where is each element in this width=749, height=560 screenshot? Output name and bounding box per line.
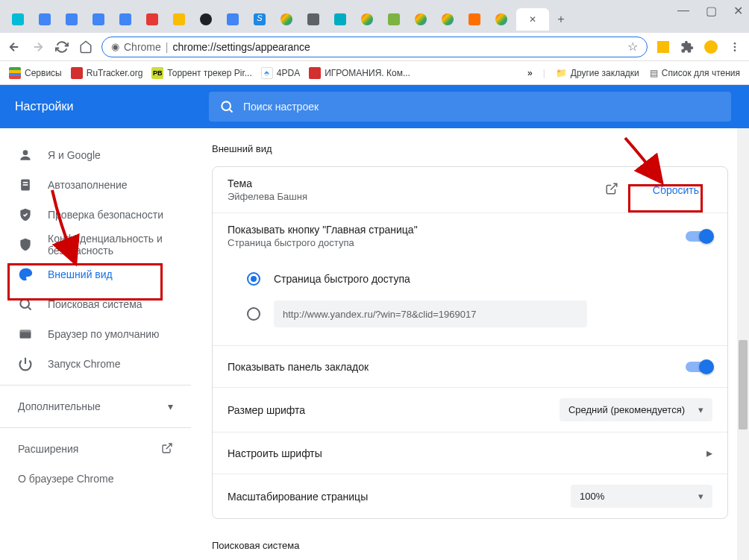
bookmark-item[interactable]: PBТоррент трекер Pir...	[151, 67, 251, 79]
extension-icon[interactable]	[655, 39, 671, 55]
sidebar-item-safety-check[interactable]: Проверка безопасности	[0, 200, 191, 230]
maximize-button[interactable]: ▢	[706, 4, 717, 18]
sidebar-item-default-browser[interactable]: Браузер по умолчанию	[0, 319, 191, 349]
tab[interactable]	[6, 8, 30, 31]
section-title-appearance: Внешний вид	[212, 143, 728, 154]
profile-icon[interactable]	[703, 39, 719, 55]
tab[interactable]	[87, 8, 110, 31]
tab[interactable]	[221, 8, 245, 31]
tab[interactable]: S	[248, 8, 272, 31]
main: Я и Google Автозаполнение Проверка безоп…	[0, 128, 749, 560]
settings-search[interactable]	[209, 92, 731, 122]
appearance-card: Тема Эйфелева Башня Сбросить Показывать …	[212, 166, 728, 519]
scrollbar-thumb[interactable]	[739, 340, 748, 430]
bookmark-item[interactable]: ⬘4PDA	[261, 67, 300, 79]
sidebar-advanced[interactable]: Дополнительные▾	[0, 391, 191, 421]
sidebar-separator	[0, 427, 191, 428]
bookmark-item[interactable]: RuTracker.org	[71, 67, 143, 79]
sidebar-label: Я и Google	[48, 149, 101, 161]
home-button-toggle[interactable]	[686, 231, 712, 242]
close-button[interactable]: ✕	[733, 4, 743, 18]
apps-button[interactable]: Сервисы	[9, 67, 62, 79]
tab[interactable]	[140, 8, 164, 31]
sidebar-item-autofill[interactable]: Автозаполнение	[0, 170, 191, 200]
tab[interactable]	[301, 8, 325, 31]
tab[interactable]	[463, 8, 486, 31]
content: Внешний вид Тема Эйфелева Башня Сбросить…	[191, 128, 749, 560]
extensions-button[interactable]	[679, 39, 695, 55]
minimize-button[interactable]: —	[677, 4, 689, 18]
sidebar-item-privacy[interactable]: Конфиденциальность и безопасность	[0, 230, 191, 259]
radio-option-custom-url[interactable]	[247, 293, 712, 335]
sidebar-item-you-and-google[interactable]: Я и Google	[0, 140, 191, 170]
back-button[interactable]	[6, 39, 22, 55]
customize-fonts-label: Настроить шрифты	[228, 447, 322, 459]
tab[interactable]	[409, 8, 433, 31]
theme-sublabel: Эйфелева Башня	[228, 191, 307, 202]
sidebar-item-search-engine[interactable]: Поисковая система	[0, 289, 191, 319]
tab[interactable]	[194, 8, 218, 31]
sidebar-item-appearance[interactable]: Внешний вид	[0, 259, 191, 289]
radio-button[interactable]	[247, 307, 260, 321]
bookmark-item[interactable]: ИГРОМАНИЯ. Ком...	[309, 67, 410, 79]
sidebar-extensions[interactable]: Расширения	[0, 434, 191, 464]
tab[interactable]	[436, 8, 460, 31]
chevron-down-icon: ▾	[698, 491, 703, 502]
home-url-input[interactable]	[274, 301, 587, 327]
tab[interactable]	[275, 8, 298, 31]
home-button[interactable]	[78, 39, 94, 55]
sidebar-label: Поисковая система	[48, 298, 142, 310]
omnibox[interactable]: ◉ Chrome | chrome://settings/appearance …	[101, 37, 648, 57]
tab[interactable]	[355, 8, 379, 31]
tab[interactable]	[167, 8, 191, 31]
bookmarks-bar-toggle[interactable]	[686, 362, 712, 372]
list-icon: ▤	[650, 68, 658, 78]
home-button-sublabel: Страница быстрого доступа	[228, 237, 418, 248]
font-size-label: Размер шрифта	[228, 404, 305, 416]
new-tab-button[interactable]: +	[552, 10, 570, 28]
tab[interactable]	[33, 8, 57, 31]
font-size-select[interactable]: Средний (рекомендуется)▾	[560, 398, 712, 421]
sidebar: Я и Google Автозаполнение Проверка безоп…	[0, 128, 191, 560]
reading-list[interactable]: ▤Список для чтения	[650, 68, 740, 78]
radio-button[interactable]	[247, 272, 260, 286]
reset-button[interactable]: Сбросить	[639, 178, 712, 202]
theme-row[interactable]: Тема Эйфелева Башня Сбросить	[213, 167, 727, 213]
close-icon[interactable]: ✕	[529, 14, 536, 25]
other-bookmarks-label: Другие закладки	[571, 68, 639, 78]
tab-active[interactable]: ✕	[516, 8, 549, 31]
menu-button[interactable]	[727, 39, 743, 55]
reload-button[interactable]	[54, 39, 70, 55]
person-icon	[18, 148, 33, 163]
tab[interactable]	[113, 8, 137, 31]
palette-icon	[18, 267, 33, 282]
sidebar-about-chrome[interactable]: О браузере Chrome	[0, 464, 191, 494]
svg-point-3	[222, 101, 231, 110]
customize-fonts-row[interactable]: Настроить шрифты ▸	[213, 432, 727, 474]
launch-icon[interactable]	[605, 182, 618, 198]
sidebar-item-on-startup[interactable]: Запуск Chrome	[0, 349, 191, 379]
bookmark-star-icon[interactable]: ☆	[627, 40, 638, 54]
home-button-label: Показывать кнопку "Главная страница"	[228, 224, 418, 236]
settings-search-input[interactable]	[243, 101, 721, 113]
page-zoom-select[interactable]: 100%▾	[571, 485, 712, 508]
tab[interactable]	[328, 8, 352, 31]
radio-option-quick-access[interactable]: Страница быстрого доступа	[247, 265, 712, 293]
svg-rect-10	[20, 330, 31, 332]
launch-icon	[161, 442, 173, 456]
titlebar: S ✕ + — ▢ ✕	[0, 0, 749, 33]
other-bookmarks[interactable]: 📁Другие закладки	[556, 68, 639, 78]
tab[interactable]	[489, 8, 513, 31]
assignment-icon	[18, 177, 33, 192]
advanced-label: Дополнительные	[18, 400, 101, 412]
apps-icon	[9, 67, 21, 79]
bookmarks-overflow[interactable]: »	[527, 68, 533, 78]
tab[interactable]	[382, 8, 406, 31]
folder-icon: 📁	[556, 68, 567, 78]
bookmarks-separator: |	[543, 68, 545, 78]
sidebar-label: Автозаполнение	[48, 179, 128, 191]
extensions-label: Расширения	[18, 443, 78, 455]
forward-button[interactable]	[30, 39, 46, 55]
power-icon	[18, 356, 33, 371]
tab[interactable]	[60, 8, 84, 31]
